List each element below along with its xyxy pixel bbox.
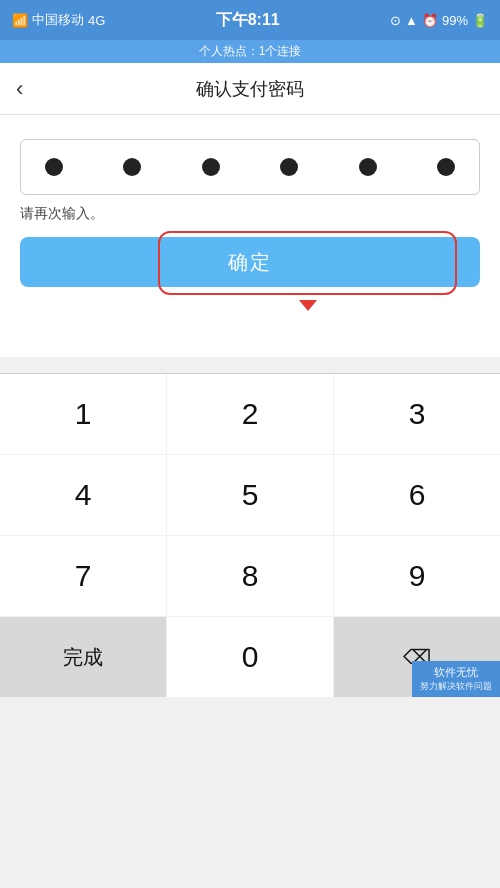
key-8[interactable]: 8	[167, 536, 333, 616]
spacer2	[0, 357, 500, 373]
key-6[interactable]: 6	[334, 455, 500, 535]
pin-dot-5	[359, 158, 377, 176]
key-3[interactable]: 3	[334, 374, 500, 454]
pin-dot-2	[123, 158, 141, 176]
battery-icon: 🔋	[472, 13, 488, 28]
signal-icon: 📶	[12, 13, 28, 28]
pin-dot-6	[437, 158, 455, 176]
key-delete[interactable]: ⌫ 软件无忧 努力解决软件问题	[334, 617, 500, 697]
page-title: 确认支付密码	[196, 77, 304, 101]
key-2[interactable]: 2	[167, 374, 333, 454]
status-time: 下午8:11	[216, 10, 280, 31]
pin-dot-1	[45, 158, 63, 176]
keypad: 1 2 3 4 5 6 7 8 9 完成 0 ⌫ 软件无忧 努力解决软件问题	[0, 373, 500, 697]
key-1[interactable]: 1	[0, 374, 166, 454]
watermark-line1: 软件无忧	[420, 665, 492, 680]
spacer	[0, 307, 500, 357]
pin-dot-3	[202, 158, 220, 176]
status-right: ⊙ ▲ ⏰ 99% 🔋	[390, 13, 488, 28]
location-icon: ▲	[405, 13, 418, 28]
key-done[interactable]: 完成	[0, 617, 166, 697]
pin-dots-container	[20, 139, 480, 195]
key-5[interactable]: 5	[167, 455, 333, 535]
nav-bar: ‹ 确认支付密码	[0, 63, 500, 115]
carrier-label: 中国移动	[32, 11, 84, 29]
pin-dot-4	[280, 158, 298, 176]
content-area: 请再次输入。 确定	[0, 115, 500, 307]
key-0[interactable]: 0	[167, 617, 333, 697]
confirm-button-wrapper: 确定	[20, 237, 480, 287]
key-9[interactable]: 9	[334, 536, 500, 616]
hotspot-text: 个人热点：1个连接	[199, 44, 302, 58]
confirm-button[interactable]: 确定	[20, 237, 480, 287]
battery-label: 99%	[442, 13, 468, 28]
hint-text: 请再次输入。	[20, 205, 480, 223]
watermark-line2: 努力解决软件问题	[420, 680, 492, 693]
hotspot-icon: ⊙	[390, 13, 401, 28]
watermark: 软件无忧 努力解决软件问题	[412, 661, 500, 697]
key-4[interactable]: 4	[0, 455, 166, 535]
network-label: 4G	[88, 13, 105, 28]
status-left: 📶 中国移动 4G	[12, 11, 105, 29]
back-icon: ‹	[16, 76, 23, 101]
hotspot-bar: 个人热点：1个连接	[0, 40, 500, 63]
back-button[interactable]: ‹	[16, 78, 23, 100]
key-7[interactable]: 7	[0, 536, 166, 616]
alarm-icon: ⏰	[422, 13, 438, 28]
status-bar: 📶 中国移动 4G 下午8:11 ⊙ ▲ ⏰ 99% 🔋	[0, 0, 500, 40]
